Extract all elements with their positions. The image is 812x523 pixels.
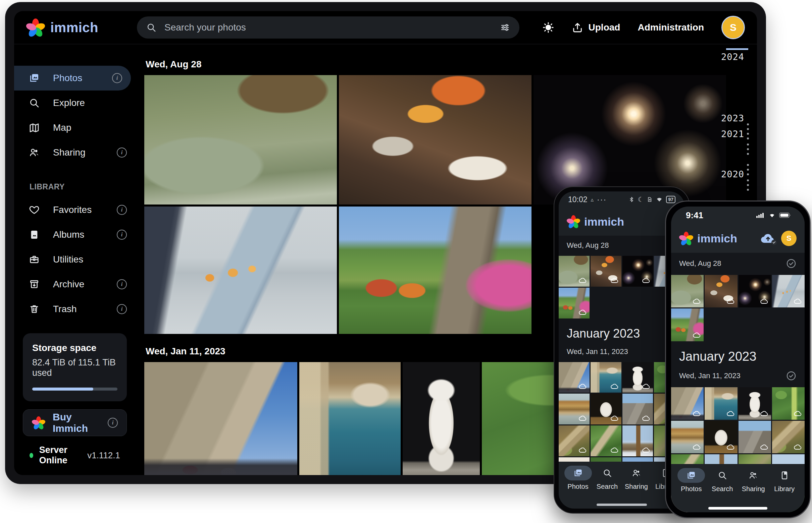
app-logo[interactable]: immich [26,18,137,37]
cloud-backup-icon [726,443,735,451]
photo-thumbnail[interactable] [705,275,737,307]
cloud-backup-icon [578,414,587,422]
search-filters-icon[interactable] [500,22,510,33]
photo-thumbnail[interactable] [559,256,589,287]
photo-row [144,75,726,204]
timeline-position-indicator[interactable] [726,48,748,50]
upload-icon [572,22,583,33]
photo-thumbnail[interactable] [671,275,704,307]
info-icon[interactable]: i [117,147,127,158]
photo-thumbnail[interactable] [622,256,653,287]
photo-holding-hands[interactable] [144,206,337,334]
photo-thumbnail[interactable] [705,421,737,453]
home-indicator[interactable] [708,507,767,510]
photo-thumbnail[interactable] [772,421,805,453]
photo-marble-bust[interactable] [403,362,480,475]
sidebar-item-utilities[interactable]: Utilities [14,247,136,272]
nav-photos[interactable]: Photos [563,466,592,490]
sidebar-label: Utilities [53,254,83,265]
photo-thumbnail[interactable] [559,426,589,456]
sidebar-label: Favorites [53,204,92,215]
cloud-backup-icon [760,409,769,418]
photo-thumbnail[interactable] [739,421,771,453]
sidebar-item-favorites[interactable]: Favorites i [14,197,136,222]
photo-fireworks[interactable] [534,75,726,204]
select-all-check-icon[interactable] [786,371,797,381]
app-title: immich [50,20,98,35]
photo-thumbnail[interactable] [559,362,589,393]
timeline-year[interactable]: 2024 [721,52,744,62]
sidebar-item-explore[interactable]: Explore [14,91,136,115]
administration-label: Administration [638,22,704,33]
select-all-check-icon[interactable] [786,258,797,269]
photo-thumbnail[interactable] [772,275,805,307]
buy-immich-button[interactable]: Buy Immich i [23,409,127,436]
info-icon[interactable]: i [112,73,122,83]
theme-toggle-button[interactable] [542,21,554,34]
storage-card: Storage space 82.4 TiB of 115.1 TiB used [23,333,127,401]
photo-thumbnail[interactable] [590,394,621,425]
info-icon[interactable]: i [117,230,127,240]
search-input[interactable] [164,22,493,33]
info-icon[interactable]: i [108,418,118,428]
photo-thumbnail[interactable] [622,362,653,393]
timeline-year[interactable]: 2020 [721,169,744,179]
photo-thumbnail[interactable] [622,426,653,456]
cellular-signal-icon [756,212,765,218]
nav-search[interactable]: Search [707,468,738,493]
date-label: Wed, Aug 28 [567,241,609,250]
sun-icon [542,21,554,34]
photo-thumbnail[interactable] [671,421,704,453]
header-actions: Upload Administration S [542,16,745,39]
photo-coastal-town[interactable] [299,362,401,475]
home-indicator[interactable] [597,504,647,506]
info-icon[interactable]: i [117,205,127,215]
info-icon[interactable]: i [117,279,127,289]
photo-fortress-wall[interactable] [144,362,297,475]
iphone-mockup: 9:41 [665,200,811,518]
photo-thumbnail[interactable] [622,394,653,425]
timeline-year[interactable]: 2021 [721,129,744,139]
photo-thumbnail[interactable] [671,387,704,420]
cloud-backup-icon [693,409,701,418]
info-icon[interactable]: i [117,304,127,314]
nav-search[interactable]: Search [592,466,622,490]
photo-thumbnail[interactable] [671,308,704,341]
toolbox-icon [29,254,39,265]
storage-bar-fill [32,387,93,391]
wifi-icon [768,212,776,218]
timeline-year[interactable]: 2023 [721,113,744,123]
user-avatar[interactable]: S [781,231,797,246]
sidebar-item-photos[interactable]: Photos i [14,66,131,91]
photo-thumbnail[interactable] [559,394,589,425]
backup-cloud-icon[interactable] [760,233,776,244]
photo-thumbnail[interactable] [590,426,621,456]
bluetooth-icon [628,196,635,203]
photo-zoo-monkeys[interactable] [144,75,337,204]
photo-thumbnail[interactable] [739,275,771,307]
photo-thumbnail[interactable] [590,256,621,287]
buy-immich-label: Buy Immich [53,411,100,434]
administration-link[interactable]: Administration [638,22,704,33]
cloud-backup-icon [578,382,587,391]
nav-sharing[interactable]: Sharing [738,468,769,493]
photo-thumbnail[interactable] [772,387,805,420]
sidebar-item-albums[interactable]: Albums i [14,222,136,247]
photo-dinner-table[interactable] [339,75,532,204]
photo-autumn-park[interactable] [339,206,532,334]
sidebar-item-archive[interactable]: Archive i [14,272,136,297]
photo-thumbnail[interactable] [559,288,589,319]
nav-library[interactable]: Library [769,468,800,493]
upload-button[interactable]: Upload [572,22,620,33]
cloud-backup-icon [610,382,619,391]
user-avatar[interactable]: S [721,16,745,39]
nav-sharing[interactable]: Sharing [622,466,651,490]
photo-thumbnail[interactable] [739,387,771,420]
sidebar-item-map[interactable]: Map [14,115,136,140]
sidebar-item-trash[interactable]: Trash i [14,297,136,322]
search-bar[interactable] [137,16,519,39]
sidebar-item-sharing[interactable]: Sharing i [14,140,136,165]
nav-photos[interactable]: Photos [676,468,707,493]
photo-thumbnail[interactable] [590,362,621,393]
photo-thumbnail[interactable] [705,387,737,420]
